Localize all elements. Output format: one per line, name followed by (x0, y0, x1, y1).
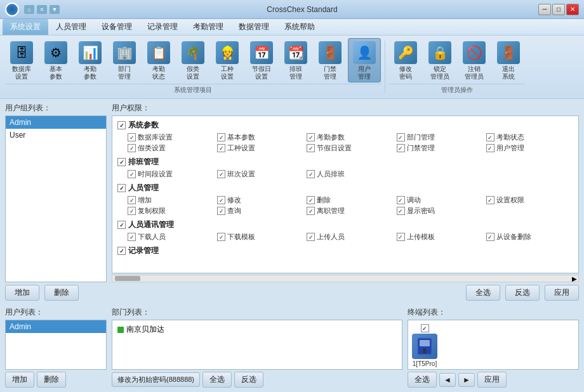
perm-section-system: 系统参数 数据库设置 基本参数 考勤参数 部门管理 考勤状态 假类设置 工种设置… (117, 120, 573, 153)
perm-section-comm-cb[interactable] (117, 221, 126, 229)
invert-button[interactable]: 反选 (505, 285, 540, 301)
terminal-device-icon (415, 337, 434, 356)
toolbar-change-pwd[interactable]: 🔑 修改密码 (389, 38, 422, 82)
dept-invert-button[interactable]: 反选 (234, 372, 263, 388)
toolbar-worktype[interactable]: 👷 工种设置 (211, 38, 244, 82)
terminal-select-all-button[interactable]: 全选 (408, 372, 437, 388)
cb[interactable] (397, 196, 405, 204)
terminal-prev-button[interactable]: ◄ (439, 373, 456, 387)
user-group-listbox[interactable]: Admin User (5, 115, 107, 282)
close-button[interactable]: ✕ (566, 4, 579, 15)
cb[interactable] (307, 207, 315, 215)
toolbar-user-mgmt[interactable]: 👤 用户管理 (348, 38, 381, 82)
perm-item: 上传人员 (307, 232, 394, 242)
terminal-apply-button[interactable]: 应用 (477, 372, 507, 388)
basic-label: 基本参数 (50, 65, 62, 81)
perm-item: 上传模板 (397, 232, 484, 242)
toolbar-shift[interactable]: 📆 排班管理 (279, 38, 312, 82)
cb[interactable] (128, 170, 136, 178)
terminal-cb[interactable] (421, 324, 429, 332)
delete-user-button[interactable]: 删除 (37, 372, 66, 388)
cb[interactable] (486, 144, 494, 152)
maximize-button[interactable]: □ (552, 4, 565, 15)
list-item-user[interactable]: User (6, 129, 106, 141)
cb[interactable] (397, 207, 405, 215)
cb[interactable] (128, 144, 136, 152)
user-list-label: 用户列表： (5, 307, 107, 318)
cb[interactable] (217, 170, 225, 178)
terminal-item[interactable]: 1[T5Pro] (411, 323, 439, 369)
toolbar-door[interactable]: 🚪 门禁管理 (314, 38, 347, 82)
cb[interactable] (128, 233, 136, 241)
perm-item: 时间段设置 (128, 169, 215, 179)
permissions-box: 系统参数 数据库设置 基本参数 考勤参数 部门管理 考勤状态 假类设置 工种设置… (112, 115, 579, 273)
menu-system-settings[interactable]: 系统设置 (3, 19, 48, 35)
perm-item: 下载人员 (128, 232, 215, 242)
toolbar-leave[interactable]: 🌴 假类设置 (176, 38, 209, 82)
list-item-admin-bottom[interactable]: Admin (6, 320, 106, 333)
perm-title-records: 记录管理 (117, 245, 573, 256)
cb[interactable] (217, 207, 225, 215)
menu-personnel[interactable]: 人员管理 (48, 19, 94, 35)
menu-device[interactable]: 设备管理 (94, 19, 140, 35)
menu-attendance[interactable]: 考勤管理 (185, 19, 231, 35)
user-listbox[interactable]: Admin (5, 320, 107, 370)
toolbar-lock-admin[interactable]: 🔒 锁定管理员 (423, 38, 456, 82)
terminal-icon (412, 334, 437, 359)
minimize-button[interactable]: ─ (538, 4, 551, 15)
perm-section-shift-cb[interactable] (117, 158, 126, 166)
perm-section-records-cb[interactable] (117, 247, 126, 255)
permissions-scrollbar[interactable]: ▶ (112, 275, 579, 282)
cb[interactable] (128, 207, 136, 215)
perm-item: 设置权限 (486, 195, 573, 205)
dept-item[interactable]: 南京贝加达 (115, 323, 399, 336)
cb[interactable] (486, 133, 494, 141)
svg-rect-1 (420, 340, 430, 346)
cb[interactable] (486, 196, 494, 204)
cb[interactable] (217, 196, 225, 204)
cb[interactable] (486, 233, 494, 241)
menu-data[interactable]: 数据管理 (231, 19, 277, 35)
add-group-button[interactable]: 增加 (5, 285, 39, 301)
top-panel: 用户组列表： Admin User 增加 删除 用户权限： 系统参数 (5, 103, 579, 303)
add-user-button[interactable]: 增加 (5, 372, 34, 388)
toolbar-holiday[interactable]: 📅 节假日设置 (245, 38, 278, 82)
perm-item: 部门管理 (397, 133, 484, 142)
toolbar-basic-params[interactable]: ⚙ 基本参数 (39, 38, 72, 82)
perm-section-system-cb[interactable] (117, 121, 126, 129)
list-item-admin[interactable]: Admin (6, 116, 106, 129)
cb[interactable] (307, 133, 315, 141)
reset-password-button[interactable]: 修改为初始密码(888888) (112, 372, 200, 387)
cb[interactable] (128, 133, 136, 141)
db-label: 数据库设置 (12, 65, 31, 81)
changepwd-label: 修改密码 (399, 65, 412, 81)
toolbar-exit[interactable]: 🚪 退出系统 (492, 38, 525, 82)
toolbar-logout-admin[interactable]: 🚫 注销管理员 (458, 38, 491, 82)
cb[interactable] (217, 233, 225, 241)
cb[interactable] (217, 133, 225, 141)
cb[interactable] (307, 233, 315, 241)
menu-records[interactable]: 记录管理 (140, 19, 185, 35)
apply-button[interactable]: 应用 (545, 285, 579, 301)
scrollbar-right[interactable]: ▶ (571, 275, 578, 282)
cb[interactable] (128, 196, 136, 204)
dept-select-all-button[interactable]: 全选 (202, 372, 232, 388)
dept-listbox[interactable]: 南京贝加达 (112, 320, 402, 370)
cb[interactable] (397, 233, 405, 241)
cb[interactable] (307, 196, 315, 204)
user-group-panel: 用户组列表： Admin User 增加 删除 (5, 103, 107, 303)
delete-group-button[interactable]: 删除 (44, 285, 79, 301)
cb[interactable] (307, 170, 315, 178)
menu-help[interactable]: 系统帮助 (277, 19, 322, 35)
perm-section-personnel-cb[interactable] (117, 184, 126, 192)
cb[interactable] (307, 144, 315, 152)
toolbar-attendance-params[interactable]: 📊 考勤参数 (74, 38, 107, 82)
toolbar-db-settings[interactable]: 🗄 数据库设置 (5, 38, 38, 82)
cb[interactable] (397, 133, 405, 141)
terminal-next-button[interactable]: ► (458, 373, 475, 387)
toolbar-dept[interactable]: 🏢 部门管理 (108, 38, 141, 82)
select-all-button[interactable]: 全选 (466, 285, 500, 301)
cb[interactable] (397, 144, 405, 152)
toolbar-status[interactable]: 📋 考勤状态 (142, 38, 175, 82)
cb[interactable] (217, 144, 225, 152)
